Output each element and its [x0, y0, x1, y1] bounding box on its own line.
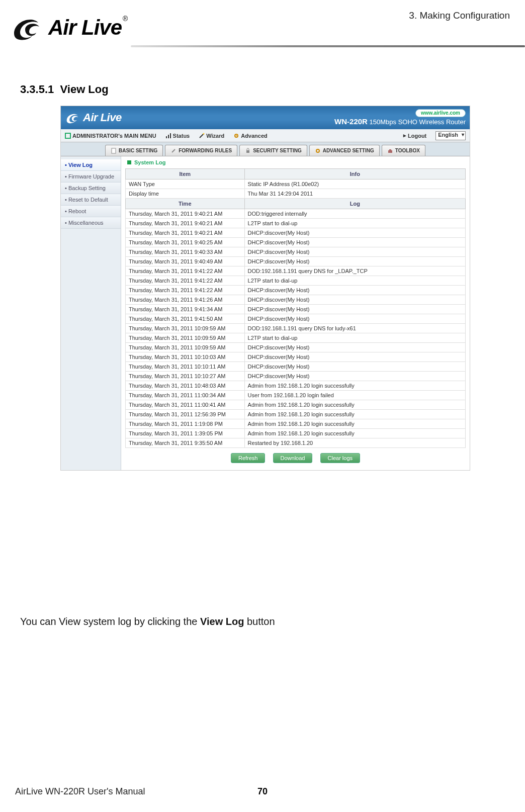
cell-log: DHCP:discover(My Host) — [244, 305, 465, 314]
cell-log: L2TP start to dial-up — [244, 219, 465, 228]
gear-icon — [315, 148, 321, 154]
router-admin-screenshot: Air Live www.airlive.com WN-220R 150Mbps… — [60, 106, 470, 471]
table-row: Thursday, March 31, 2011 12:56:39 PMAdmi… — [126, 410, 466, 419]
table-row: Display timeThu Mar 31 14:29:04 2011 — [126, 189, 466, 199]
svg-rect-12 — [389, 149, 391, 150]
sidebar-view-log[interactable]: • View Log — [61, 159, 121, 171]
cell-time: Thursday, March 31, 2011 9:41:50 AM — [126, 314, 245, 324]
cell-log: User from 192.168.1.20 login failed — [244, 391, 465, 400]
table-row: Thursday, March 31, 2011 9:40:21 AML2TP … — [126, 219, 466, 228]
table-row: Thursday, March 31, 2011 10:48:03 AMAdmi… — [126, 381, 466, 391]
cell-log: DOD:192.168.1.191 query DNS for ludy-x61 — [244, 324, 465, 333]
cell-time: Thursday, March 31, 2011 10:09:59 AM — [126, 343, 245, 352]
tab-advanced-setting[interactable]: ADVANCED SETTING — [309, 145, 380, 156]
cell-time: Thursday, March 31, 2011 9:40:21 AM — [126, 209, 245, 219]
svg-rect-1 — [166, 136, 167, 138]
chapter-label: 3. Making Configuration — [409, 10, 510, 21]
svg-rect-9 — [246, 150, 249, 153]
ui-brand: Air Live — [65, 111, 122, 125]
cell-log: DHCP:discover(My Host) — [244, 295, 465, 305]
col-time: Time — [126, 199, 245, 209]
table-row: Thursday, March 31, 2011 10:10:03 AMDHCP… — [126, 352, 466, 362]
table-row: Thursday, March 31, 2011 10:10:27 AMDHCP… — [126, 372, 466, 381]
tab-forwarding-rules[interactable]: FORWARDING RULES — [165, 145, 237, 156]
tab-strip: BASIC SETTING FORWARDING RULES SECURITY … — [61, 142, 470, 156]
table-row: Thursday, March 31, 2011 9:41:22 AMDHCP:… — [126, 286, 466, 295]
col-item: Item — [126, 169, 245, 179]
menu-logout[interactable]: ▸ Logout — [403, 132, 426, 139]
cell-time: Thursday, March 31, 2011 11:00:34 AM — [126, 391, 245, 400]
table-row: Thursday, March 31, 2011 11:00:34 AMUser… — [126, 391, 466, 400]
cell-log: DHCP:discover(My Host) — [244, 257, 465, 266]
svg-point-5 — [203, 133, 205, 134]
cell-log: Admin from 192.168.1.20 login successful… — [244, 410, 465, 419]
table-row: Thursday, March 31, 2011 11:00:41 AMAdmi… — [126, 400, 466, 410]
clear-logs-button[interactable]: Clear logs — [320, 453, 361, 463]
language-select[interactable]: English — [435, 131, 466, 140]
cell-time: Thursday, March 31, 2011 9:41:22 AM — [126, 266, 245, 276]
sidebar-backup-setting[interactable]: • Backup Setting — [61, 183, 121, 194]
tab-basic-setting[interactable]: BASIC SETTING — [105, 145, 163, 156]
cell-time: Thursday, March 31, 2011 1:39:05 PM — [126, 429, 245, 438]
sidebar-miscellaneous[interactable]: • Miscellaneous — [61, 217, 121, 229]
cell-log: L2TP start to dial-up — [244, 333, 465, 343]
cell-log: DHCP:discover(My Host) — [244, 352, 465, 362]
tab-toolbox[interactable]: TOOLBOX — [382, 145, 425, 156]
table-row: WAN TypeStatic IP Address (R1.00e02) — [126, 179, 466, 189]
table-row: Thursday, March 31, 2011 1:39:05 PMAdmin… — [126, 429, 466, 438]
model-label: WN-220R 150Mbps SOHO Wireless Router — [334, 118, 466, 126]
cell-info: Static IP Address (R1.00e02) — [244, 179, 465, 189]
cell-log: Admin from 192.168.1.20 login successful… — [244, 429, 465, 438]
svg-rect-8 — [112, 148, 116, 153]
cell-time: Thursday, March 31, 2011 9:40:21 AM — [126, 219, 245, 228]
menu-status[interactable]: Status — [165, 133, 190, 139]
svg-line-4 — [200, 134, 204, 138]
col-log: Log — [244, 199, 465, 209]
download-button[interactable]: Download — [273, 453, 313, 463]
svg-rect-3 — [170, 133, 171, 138]
tab-security-setting[interactable]: SECURITY SETTING — [239, 145, 307, 156]
menu-wizard[interactable]: Wizard — [199, 133, 224, 139]
table-row: Thursday, March 31, 2011 9:41:26 AMDHCP:… — [126, 295, 466, 305]
table-row: Thursday, March 31, 2011 10:09:59 AMDOD:… — [126, 324, 466, 333]
footer-page-number: 70 — [257, 786, 268, 797]
cell-log: DHCP:discover(My Host) — [244, 238, 465, 247]
cell-time: Thursday, March 31, 2011 10:09:59 AM — [126, 333, 245, 343]
svg-rect-2 — [168, 135, 169, 138]
cell-time: Thursday, March 31, 2011 9:41:22 AM — [126, 276, 245, 286]
cell-time: Thursday, March 31, 2011 9:41:26 AM — [126, 295, 245, 305]
toolbox-icon — [387, 148, 393, 154]
cell-time: Thursday, March 31, 2011 9:41:34 AM — [126, 305, 245, 314]
doc-icon — [111, 148, 117, 154]
cell-log: Admin from 192.168.1.20 login successful… — [244, 400, 465, 410]
cell-time: Thursday, March 31, 2011 9:41:22 AM — [126, 286, 245, 295]
cell-log: DHCP:discover(My Host) — [244, 286, 465, 295]
table-row: Thursday, March 31, 2011 9:41:50 AMDHCP:… — [126, 314, 466, 324]
sidebar: • View Log • Firmware Upgrade • Backup S… — [61, 156, 121, 470]
sidebar-reboot[interactable]: • Reboot — [61, 206, 121, 217]
url-pill[interactable]: www.airlive.com — [415, 109, 466, 117]
table-row: Thursday, March 31, 2011 1:19:08 PMAdmin… — [126, 419, 466, 429]
note-text: You can View system log by clicking the … — [20, 616, 275, 627]
ui-top-right: www.airlive.com WN-220R 150Mbps SOHO Wir… — [334, 109, 466, 126]
cell-item: WAN Type — [126, 179, 245, 189]
table-row: Thursday, March 31, 2011 9:40:33 AMDHCP:… — [126, 247, 466, 257]
registered-mark: ® — [123, 15, 128, 23]
cell-time: Thursday, March 31, 2011 10:10:03 AM — [126, 352, 245, 362]
square-bullet-icon — [127, 160, 131, 164]
cell-time: Thursday, March 31, 2011 10:48:03 AM — [126, 381, 245, 391]
cell-log: Restarted by 192.168.1.20 — [244, 438, 465, 448]
menu-advanced[interactable]: Advanced — [233, 133, 268, 139]
sidebar-firmware-upgrade[interactable]: • Firmware Upgrade — [61, 171, 121, 183]
sidebar-reset-default[interactable]: • Reset to Default — [61, 194, 121, 206]
signal-icon — [165, 133, 171, 139]
table-row: Thursday, March 31, 2011 9:40:25 AMDHCP:… — [126, 238, 466, 247]
refresh-button[interactable]: Refresh — [231, 453, 266, 463]
ui-top-banner: Air Live www.airlive.com WN-220R 150Mbps… — [61, 106, 470, 129]
cell-log: DOD:192.168.1.191 query DNS for _LDAP._T… — [244, 266, 465, 276]
table-row: Thursday, March 31, 2011 9:40:49 AMDHCP:… — [126, 257, 466, 266]
table-row: Thursday, March 31, 2011 10:09:59 AML2TP… — [126, 333, 466, 343]
cell-log: DHCP:discover(My Host) — [244, 362, 465, 372]
cell-time: Thursday, March 31, 2011 9:40:25 AM — [126, 238, 245, 247]
main-menubar: ADMINISTRATOR's MAIN MENU Status Wizard … — [61, 129, 470, 142]
